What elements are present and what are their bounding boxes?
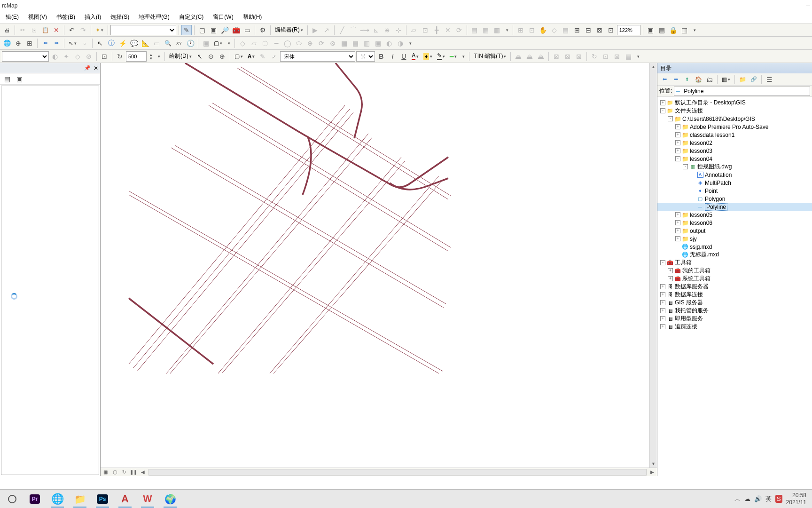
- tin9[interactable]: ⊠: [612, 51, 622, 62]
- right-angle[interactable]: ⊾: [371, 25, 381, 35]
- edge-button[interactable]: 🌐: [47, 491, 68, 508]
- font-color[interactable]: A: [410, 51, 421, 62]
- zoom-to-button[interactable]: ⊡: [99, 51, 109, 62]
- tree-toggle-icon[interactable]: +: [675, 228, 680, 233]
- tree-row[interactable]: +数据库服务器: [657, 283, 812, 291]
- arcmap-taskbar-button[interactable]: 🌍: [160, 491, 180, 508]
- photoshop-button[interactable]: Ps: [92, 491, 113, 508]
- cat-up-button[interactable]: [682, 74, 692, 85]
- paste-button[interactable]: [40, 25, 50, 35]
- tin4[interactable]: ⊠: [551, 51, 562, 62]
- cat-fwd-button[interactable]: [671, 74, 681, 85]
- snap-grid2[interactable]: ⊟: [583, 25, 593, 35]
- close-icon[interactable]: ✕: [94, 65, 98, 71]
- tree-row[interactable]: Polygon: [657, 195, 812, 203]
- list-by-draw[interactable]: ▤: [2, 74, 12, 84]
- layer-combo[interactable]: [2, 51, 49, 62]
- tree-row[interactable]: +sjy: [657, 235, 812, 243]
- tin5[interactable]: ⊠: [562, 51, 573, 62]
- georef-tool4[interactable]: ◇: [549, 25, 560, 35]
- georef-tool2[interactable]: ⊡: [527, 25, 537, 35]
- tin-more[interactable]: [634, 51, 641, 62]
- more-tools[interactable]: [225, 38, 232, 48]
- sketch-prop[interactable]: ▦: [481, 25, 491, 35]
- tree-toggle-icon[interactable]: +: [675, 140, 680, 145]
- scroll-down-icon[interactable]: ▼: [650, 460, 657, 468]
- editor-menu[interactable]: 编辑器(R): [273, 25, 305, 35]
- topo8[interactable]: ⟳: [316, 38, 327, 48]
- topo15[interactable]: ◑: [395, 38, 406, 48]
- straight-seg[interactable]: ╱: [337, 25, 347, 35]
- select-elements[interactable]: [95, 38, 105, 48]
- topo5[interactable]: ◯: [282, 38, 293, 48]
- end-point-tool[interactable]: ⊹: [393, 25, 404, 35]
- scale-combo[interactable]: [110, 25, 176, 35]
- sketch-tool3[interactable]: ╋: [431, 25, 442, 35]
- snap-grid4[interactable]: ⊡: [606, 25, 616, 35]
- topo10[interactable]: ▦: [339, 38, 349, 48]
- tree-toggle-icon[interactable]: +: [660, 324, 665, 329]
- layout-more[interactable]: [691, 25, 698, 35]
- marker-color[interactable]: ━: [448, 51, 459, 62]
- clock[interactable]: 20:58 2021/11: [786, 492, 806, 506]
- pause-draw-button[interactable]: ❚❚: [130, 469, 137, 476]
- topo7[interactable]: ⊕: [305, 38, 315, 48]
- undo-button[interactable]: [67, 25, 77, 35]
- sketch-tool2[interactable]: ⊡: [420, 25, 430, 35]
- tree-row[interactable]: +我的工具箱: [657, 267, 812, 275]
- tree-row[interactable]: -C:\Users\86189\Desktop\GIS: [657, 115, 812, 123]
- hyperlink[interactable]: ⚡: [117, 38, 128, 48]
- more-text[interactable]: [460, 51, 467, 62]
- topo2[interactable]: ▱: [249, 38, 259, 48]
- autocad-button[interactable]: A: [115, 491, 135, 508]
- effects-btn1[interactable]: ◐: [50, 51, 60, 62]
- tree-toggle-icon[interactable]: -: [660, 260, 665, 265]
- tree-row[interactable]: MultiPatch: [657, 179, 812, 187]
- menu-view[interactable]: 视图(V): [23, 11, 52, 23]
- snap-grid1[interactable]: ⊞: [572, 25, 582, 35]
- tree-row[interactable]: +Adobe Premiere Pro Auto-Save: [657, 123, 812, 131]
- scale-input[interactable]: [126, 51, 147, 62]
- effects-btn3[interactable]: ◇: [72, 51, 83, 62]
- tin-menu[interactable]: TIN 编辑(T): [472, 51, 508, 62]
- tree-row[interactable]: +lesson05: [657, 211, 812, 219]
- tree-toggle-icon[interactable]: +: [675, 236, 680, 241]
- tin8[interactable]: ⊡: [601, 51, 611, 62]
- bold-button[interactable]: B: [376, 51, 386, 62]
- menu-help[interactable]: 帮助(H): [238, 11, 267, 23]
- tree-row[interactable]: +lesson02: [657, 139, 812, 147]
- arc-seg[interactable]: ⌒: [348, 25, 359, 35]
- viewer-dropdown[interactable]: ▢: [212, 38, 224, 48]
- menu-insert[interactable]: 插入(I): [80, 11, 106, 23]
- tree-toggle-icon[interactable]: +: [668, 276, 673, 281]
- topo14[interactable]: ◐: [384, 38, 394, 48]
- topo9[interactable]: ⊗: [328, 38, 338, 48]
- tin6[interactable]: ⊠: [574, 51, 584, 62]
- more-edit-tools[interactable]: [503, 25, 510, 35]
- tree-toggle-icon[interactable]: +: [660, 316, 665, 321]
- edit-vertices[interactable]: ✎: [258, 51, 268, 62]
- layout-tool1[interactable]: ▣: [646, 25, 656, 35]
- georef-tool1[interactable]: ⊞: [515, 25, 526, 35]
- callout-draw[interactable]: ⟋: [269, 51, 279, 62]
- tree-row[interactable]: +output: [657, 227, 812, 235]
- full-extent-button[interactable]: [2, 38, 12, 48]
- cat-home-button[interactable]: [693, 74, 703, 85]
- tin1[interactable]: ⛰: [513, 51, 523, 62]
- print-button[interactable]: [2, 25, 12, 35]
- tray-ime-icon[interactable]: S: [775, 495, 782, 503]
- fill-color[interactable]: ♦: [422, 51, 434, 62]
- sketch-tool1[interactable]: ▱: [409, 25, 419, 35]
- draw-menu[interactable]: 绘制(D): [167, 51, 194, 62]
- tree-row[interactable]: -文件夹连接: [657, 107, 812, 115]
- arctoolbox-button[interactable]: 🧰: [231, 25, 241, 35]
- tree-toggle-icon[interactable]: -: [668, 116, 673, 121]
- effects-btn2[interactable]: ✦: [61, 51, 71, 62]
- italic-button[interactable]: I: [387, 51, 398, 62]
- tree-toggle-icon[interactable]: -: [683, 164, 688, 169]
- trace-tool[interactable]: ⟿: [359, 25, 370, 35]
- refresh-button[interactable]: ↻: [115, 51, 125, 62]
- tree-toggle-icon[interactable]: +: [675, 124, 680, 129]
- premiere-button[interactable]: Pr: [24, 491, 45, 508]
- swipe-button[interactable]: ⊘: [84, 51, 94, 62]
